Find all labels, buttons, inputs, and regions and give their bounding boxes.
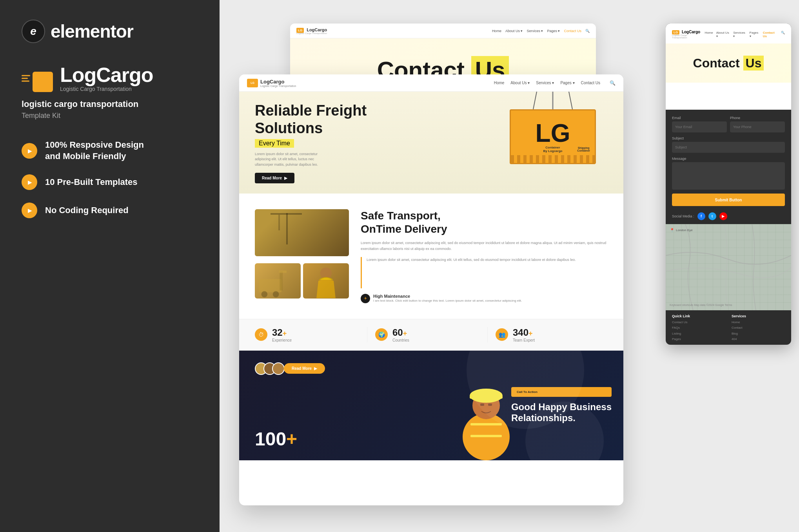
about-main-image bbox=[255, 209, 349, 256]
cfp-nav-services[interactable]: Services ▾ bbox=[733, 31, 746, 38]
about-feature: ✈ High Maintenance I am text block. Clic… bbox=[361, 294, 608, 303]
logcargo-icon bbox=[22, 65, 53, 92]
back-nav-search[interactable]: 🔍 bbox=[585, 29, 590, 33]
map-attribution: Keyboard shortcuts Map data ©2024 Google… bbox=[670, 304, 732, 306]
services-title: Services bbox=[732, 314, 785, 318]
quick-link-title: Quick Link bbox=[672, 314, 725, 318]
cfp-nav-contact[interactable]: Contact Us bbox=[763, 31, 778, 38]
email-label: Email bbox=[672, 116, 727, 120]
about-quote-block: Lorem ipsum dolor sit amet, consectetur … bbox=[361, 257, 608, 288]
back-nav-logo: LG LogCargo Logistic Cargo Transportatio… bbox=[296, 27, 327, 34]
cfp-footer: Quick Link Contact Us FAQs Listing Pages… bbox=[666, 310, 791, 345]
svg-rect-8 bbox=[259, 279, 282, 292]
cfp-nav-search[interactable]: 🔍 bbox=[781, 31, 785, 38]
feature-item-3: No Coding Required bbox=[22, 203, 198, 218]
phone-group: Phone bbox=[730, 116, 785, 132]
stat-content-1: 32+ Experience bbox=[272, 327, 292, 342]
main-search-icon[interactable]: 🔍 bbox=[610, 80, 616, 86]
footer-link-contact[interactable]: Contact Us bbox=[672, 320, 725, 325]
back-nav-about[interactable]: About Us ▾ bbox=[505, 29, 523, 33]
cta-section: Read More ▶ 100+ bbox=[239, 351, 623, 460]
location-label: London Eye bbox=[676, 228, 693, 232]
contact-form-panel: LG LogCargo Logistic Cargo Transportatio… bbox=[666, 24, 791, 345]
main-nav-services[interactable]: Services ▾ bbox=[536, 80, 554, 86]
avatar-3 bbox=[272, 362, 285, 375]
services-col: Services Home Contact Blog 404 bbox=[732, 314, 785, 342]
stat-icon-2: 🌍 bbox=[375, 328, 388, 341]
svg-rect-7 bbox=[278, 215, 280, 230]
bullet-icon-2 bbox=[22, 174, 37, 190]
stat-label-3: Team Expert bbox=[513, 338, 535, 342]
submit-button[interactable]: Submit Button bbox=[672, 194, 785, 206]
hero-highlight: Every Time bbox=[255, 139, 294, 148]
cta-read-more[interactable]: Read More ▶ bbox=[284, 363, 325, 374]
kit-title: logistic cargo transportation bbox=[22, 99, 198, 109]
footer-svc-home[interactable]: Home bbox=[732, 320, 785, 325]
svg-rect-12 bbox=[279, 271, 287, 273]
about-sub-image-2 bbox=[303, 263, 349, 299]
worker-svg bbox=[303, 263, 349, 299]
hero-text: Reliable FreightSolutions Every Time Lor… bbox=[255, 102, 608, 184]
main-nav-home[interactable]: Home bbox=[494, 80, 505, 86]
forklift-svg bbox=[255, 263, 301, 299]
stat-experience: ⏱ 32+ Experience bbox=[255, 327, 367, 342]
youtube-icon[interactable]: ▶ bbox=[719, 212, 727, 220]
bullet-icon-3 bbox=[22, 203, 37, 218]
message-label: Message bbox=[672, 157, 785, 161]
email-input[interactable] bbox=[672, 121, 727, 132]
elementor-icon: e bbox=[22, 20, 45, 43]
twitter-icon[interactable]: t bbox=[708, 212, 716, 220]
svg-rect-20 bbox=[470, 423, 502, 425]
right-area: LG LogCargo Logistic Cargo Transportatio… bbox=[220, 0, 799, 532]
feature-item-1: 100% Resposive Designand Mobile Friendly bbox=[22, 139, 198, 162]
quick-link-col: Quick Link Contact Us FAQs Listing Pages bbox=[672, 314, 725, 342]
hero-description: Lorem ipsum dolor sit amet, consectetur … bbox=[255, 152, 333, 168]
svg-rect-21 bbox=[470, 435, 502, 437]
facebook-icon[interactable]: f bbox=[697, 212, 705, 220]
cfp-nav-home[interactable]: Home bbox=[705, 31, 713, 38]
crane-silhouette bbox=[255, 209, 333, 256]
cfp-nav-pages[interactable]: Pages ▾ bbox=[750, 31, 760, 38]
footer-svc-blog[interactable]: Blog bbox=[732, 331, 785, 337]
cfp-hero-bg: Contact Us bbox=[666, 43, 791, 83]
subject-input[interactable] bbox=[672, 142, 785, 153]
about-description: Lorem ipsum dolor sit amet, consectetur … bbox=[361, 240, 608, 252]
back-nav-services[interactable]: Services ▾ bbox=[527, 29, 543, 33]
elementor-wordmark: elementor bbox=[51, 21, 133, 42]
back-nav-pages[interactable]: Pages ▾ bbox=[547, 29, 560, 33]
phone-input[interactable] bbox=[730, 121, 785, 132]
feature-icon: ✈ bbox=[361, 294, 370, 303]
email-group: Email bbox=[672, 116, 727, 132]
back-nav-home[interactable]: Home bbox=[492, 29, 501, 33]
kit-subtitle: Template Kit bbox=[22, 112, 198, 120]
svg-rect-11 bbox=[280, 271, 283, 291]
svg-rect-5 bbox=[286, 213, 288, 244]
message-input[interactable] bbox=[672, 162, 785, 190]
about-section: Safe Transport,OnTime Delivery Lorem ips… bbox=[239, 194, 623, 319]
main-nav-pages[interactable]: Pages ▾ bbox=[560, 80, 574, 86]
cfp-nav-about[interactable]: About Us ▾ bbox=[716, 31, 730, 38]
cfp-form: Email Phone Subject Message Submit Butto… bbox=[666, 110, 791, 212]
logcargo-tagline: Logistic Cargo Transportation bbox=[60, 86, 153, 92]
stat-content-2: 60+ Countries bbox=[392, 327, 409, 342]
main-nav-about[interactable]: About Us ▾ bbox=[510, 80, 530, 86]
back-nav-contact[interactable]: Contact Us bbox=[564, 29, 581, 33]
hero-cta-button[interactable]: Read More ▶ bbox=[255, 173, 294, 183]
social-label: Social Media : bbox=[672, 214, 694, 218]
footer-svc-404[interactable]: 404 bbox=[732, 337, 785, 342]
main-logo: LG LogCargo Logistic Cargo Transportatio… bbox=[247, 79, 296, 87]
footer-link-listing[interactable]: Listing bbox=[672, 331, 725, 337]
footer-link-pages[interactable]: Pages bbox=[672, 337, 725, 342]
subject-label: Subject bbox=[672, 136, 785, 140]
footer-link-faq[interactable]: FAQs bbox=[672, 325, 725, 331]
elementor-brand: e elementor bbox=[22, 20, 198, 43]
footer-svc-contact[interactable]: Contact bbox=[732, 325, 785, 331]
feature-title: High Maintenance bbox=[373, 294, 522, 299]
feature-text-3: No Coding Required bbox=[45, 205, 129, 216]
main-nav-contact[interactable]: Contact Us bbox=[581, 80, 600, 86]
phone-label: Phone bbox=[730, 116, 785, 120]
cta-arrow-icon: ▶ bbox=[314, 366, 317, 371]
stat-label-1: Experience bbox=[272, 338, 292, 342]
stat-number-2: 60+ bbox=[392, 327, 409, 338]
stat-icon-1: ⏱ bbox=[255, 328, 267, 341]
